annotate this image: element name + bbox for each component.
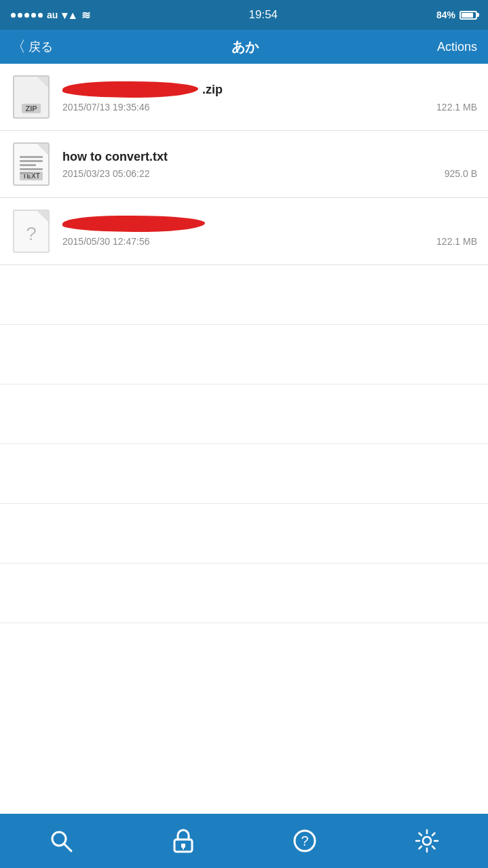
settings-toolbar-button[interactable] (407, 821, 447, 861)
svg-point-7 (423, 837, 431, 845)
file-item[interactable]: ZIP .zip 2015/07/13 19:35:46 122.1 MB (0, 64, 488, 131)
empty-row (0, 384, 488, 444)
empty-row (0, 265, 488, 325)
file-meta: 2015/03/23 05:06:22 925.0 B (62, 168, 477, 179)
back-button[interactable]: 〈 戻る (11, 37, 53, 57)
time-display: 19:54 (249, 8, 278, 22)
file-extension: .zip (202, 83, 223, 97)
file-date: 2015/03/23 05:06:22 (62, 168, 149, 179)
file-name: .zip (62, 81, 477, 98)
file-date: 2015/07/13 19:35:46 (62, 102, 149, 113)
svg-text:?: ? (301, 833, 309, 848)
empty-row (0, 444, 488, 504)
settings-icon (415, 829, 439, 853)
unknown-icon: ? (13, 210, 50, 253)
page-title: あか (231, 38, 259, 56)
empty-row (0, 325, 488, 384)
file-info: how to convert.txt 2015/03/23 05:06:22 9… (62, 150, 477, 179)
search-icon (49, 829, 73, 853)
redacted-name (62, 216, 205, 232)
text-icon-lines (20, 156, 43, 174)
signal-dots (11, 13, 43, 18)
file-date: 2015/05/30 12:47:56 (62, 236, 149, 247)
content-area: ZIP .zip 2015/07/13 19:35:46 122.1 MB (0, 64, 488, 814)
file-name: how to convert.txt (62, 150, 477, 164)
back-chevron-icon: 〈 (11, 37, 26, 57)
help-icon: ? (293, 829, 317, 853)
empty-row (0, 504, 488, 564)
lock-toolbar-button[interactable] (163, 821, 204, 861)
lock-icon (171, 828, 195, 854)
file-icon-zip: ZIP (11, 73, 52, 121)
file-name (62, 216, 477, 232)
toolbar: ? (0, 814, 488, 868)
file-size: 925.0 B (445, 168, 477, 179)
status-bar: au ▾▲ ≋ 19:54 84% (0, 0, 488, 30)
battery-icon (459, 11, 477, 20)
help-toolbar-button[interactable]: ? (284, 821, 325, 861)
file-meta: 2015/07/13 19:35:46 122.1 MB (62, 102, 477, 113)
back-label: 戻る (29, 39, 53, 55)
battery-percent: 84% (436, 9, 455, 20)
file-info: .zip 2015/07/13 19:35:46 122.1 MB (62, 81, 477, 113)
text-icon: TEXT (13, 142, 50, 186)
carrier-label: au (47, 9, 58, 20)
svg-line-15 (419, 846, 422, 849)
status-right: 84% (436, 9, 477, 20)
wifi-icon: ▾▲ ≋ (62, 9, 90, 22)
file-size: 122.1 MB (436, 236, 477, 247)
zip-icon: ZIP (13, 75, 50, 119)
file-list: ZIP .zip 2015/07/13 19:35:46 122.1 MB (0, 64, 488, 623)
search-toolbar-button[interactable] (41, 821, 81, 861)
file-item[interactable]: TEXT how to convert.txt 2015/03/23 05:06… (0, 131, 488, 198)
file-meta: 2015/05/30 12:47:56 122.1 MB (62, 236, 477, 247)
svg-line-14 (432, 833, 435, 836)
zip-type-label: ZIP (22, 104, 40, 113)
svg-line-1 (64, 844, 71, 851)
redacted-name (62, 81, 198, 98)
svg-line-12 (419, 833, 422, 836)
status-left: au ▾▲ ≋ (11, 9, 90, 22)
svg-line-13 (432, 846, 435, 849)
file-size: 122.1 MB (436, 102, 477, 113)
file-item[interactable]: ? 2015/05/30 12:47:56 122.1 MB (0, 198, 488, 265)
empty-row (0, 564, 488, 623)
unknown-question-icon: ? (26, 223, 37, 245)
file-info: 2015/05/30 12:47:56 122.1 MB (62, 216, 477, 247)
nav-bar: 〈 戻る あか Actions (0, 30, 488, 64)
actions-button[interactable]: Actions (437, 40, 477, 54)
dogear-decoration (476, 95, 488, 107)
file-icon-unknown: ? (11, 208, 52, 255)
file-icon-text: TEXT (11, 140, 52, 188)
file-name-text: how to convert.txt (62, 150, 168, 164)
